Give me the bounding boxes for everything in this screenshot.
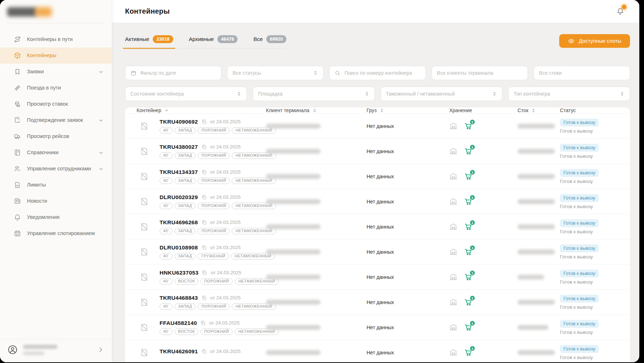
no-document-icon xyxy=(139,121,149,131)
container-cell: TKRU4468843 от 24.03.2025 40'ЗАПАДПОРОЖН… xyxy=(160,295,266,310)
status-cell: Готов к вывозу Готов к вывозу xyxy=(560,270,630,285)
sidebar-item-limits[interactable]: Лимиты xyxy=(0,177,112,193)
sidebar-item-containers[interactable]: Контейнеры xyxy=(0,47,112,64)
container-number-search-input[interactable]: Поиск по номеру контейнера xyxy=(329,66,426,80)
column-header-container[interactable]: Контейнер xyxy=(137,107,266,113)
copy-icon[interactable] xyxy=(201,295,207,301)
customs-select[interactable]: Таможенный / нетаможенный xyxy=(381,87,502,101)
column-header-storage[interactable]: Хранение xyxy=(449,107,518,113)
notifications-bell-button[interactable] xyxy=(616,7,625,16)
container-date: от 24.03.2025 xyxy=(210,245,241,250)
status-select[interactable]: Все статусы xyxy=(227,66,323,80)
tab-archived-containers[interactable]: Архивные 46478 xyxy=(189,35,238,43)
copy-icon[interactable] xyxy=(201,194,207,200)
sidebar-item-slot-management[interactable]: Управление слотированием xyxy=(0,225,112,242)
warehouse-icon xyxy=(449,248,457,256)
status-cell: Готов к вывозу Готов к вывозу xyxy=(560,169,630,184)
copy-icon[interactable] xyxy=(200,320,206,326)
table-row[interactable]: HNKU6237053 от 24.03.2025 40'ВОСТОКПОРОЖ… xyxy=(125,265,630,290)
copy-icon[interactable] xyxy=(201,144,207,150)
sidebar-item-notifications[interactable]: Уведомления xyxy=(0,209,112,225)
copy-icon[interactable] xyxy=(201,119,207,125)
container-tag: ПОРОЖНИЙ xyxy=(201,278,233,285)
table-row[interactable]: TKRU4134337 от 24.03.2025 40'ЗАПАДПОРОЖН… xyxy=(125,164,630,189)
sidebar-item-label: Лимиты xyxy=(27,181,104,188)
tab-active-containers[interactable]: Активные 23018 xyxy=(125,35,173,43)
sidebar-item-containers-in-transit[interactable]: Контейнеры в пути xyxy=(0,31,112,47)
site-select[interactable]: Площадка xyxy=(253,87,374,101)
pickup-cart-button[interactable]: 1 xyxy=(464,247,473,257)
stock-cell xyxy=(518,350,560,355)
column-header-stock[interactable]: Сток xyxy=(518,107,560,113)
cart-count-badge: 1 xyxy=(470,144,475,150)
pickup-cart-button[interactable]: 1 xyxy=(464,197,473,206)
table-row[interactable]: TKRU4090692 от 24.03.2025 40'ЗАПАДПОРОЖН… xyxy=(125,114,630,139)
user-panel[interactable] xyxy=(0,339,112,362)
copy-icon[interactable] xyxy=(201,220,207,225)
container-type-select[interactable]: Тип контейнера xyxy=(508,87,630,101)
table-row[interactable]: TKRU4468843 от 24.03.2025 40'ЗАПАДПОРОЖН… xyxy=(125,290,630,315)
no-document-icon xyxy=(139,172,149,181)
column-header-status[interactable]: Статус xyxy=(560,107,630,113)
sidebar-item-rates[interactable]: Просмотр ставок xyxy=(0,96,112,112)
table-row[interactable]: TKRU4380027 от 24.03.2025 40'ЗАПАДПОРОЖН… xyxy=(125,139,630,164)
pickup-cart-button[interactable]: 1 xyxy=(464,121,473,131)
copy-icon[interactable] xyxy=(201,245,207,251)
sidebar-item-request-confirmation[interactable]: Подтверждение заявок xyxy=(0,112,112,128)
stock-cell xyxy=(518,224,560,229)
stock-value-blurred xyxy=(518,350,555,355)
column-label: Хранение xyxy=(449,107,472,113)
container-number: TKRU4626091 xyxy=(160,348,198,355)
table-row[interactable]: DLRU0020329 от 24.03.2025 40'ЗАПАДПОРОЖН… xyxy=(125,189,630,214)
pickup-cart-button[interactable]: 1 xyxy=(464,172,473,181)
pickup-cart-button[interactable]: 1 xyxy=(464,298,473,307)
available-slots-button[interactable]: Доступные слоты xyxy=(559,34,630,48)
client-name-blurred xyxy=(266,350,321,355)
container-number: TKRU4380027 xyxy=(160,144,198,150)
copy-icon[interactable] xyxy=(202,270,207,276)
table-row[interactable]: TKRU4696268 от 24.03.2025 40'ЗАПАДПОРОЖН… xyxy=(125,214,630,239)
container-tag: ЗАПАД xyxy=(175,152,196,159)
sidebar-item-trips[interactable]: Просмотр рейсов xyxy=(0,128,112,144)
pickup-cart-button[interactable]: 1 xyxy=(464,323,473,332)
no-document-icon xyxy=(139,323,149,332)
storage-cell: 1 xyxy=(449,298,518,307)
tab-all-containers[interactable]: Все 69920 xyxy=(253,35,286,43)
book-icon xyxy=(14,149,21,156)
container-number: TKRU4134337 xyxy=(160,169,198,175)
sidebar-item-employee-management[interactable]: Управление сотрудниками xyxy=(0,161,112,177)
sidebar-item-directories[interactable]: Справочники xyxy=(0,144,112,161)
pickup-cart-button[interactable]: 1 xyxy=(464,222,473,231)
copy-icon[interactable] xyxy=(201,169,207,175)
table-row[interactable]: TKRU4626091 от 24.03.2025 Нет данных 1 Г… xyxy=(125,340,630,362)
container-date: от 24.03.2025 xyxy=(210,220,241,225)
terminal-clients-input[interactable]: Все клиенты терминала xyxy=(432,66,528,80)
railway-icon xyxy=(14,84,21,92)
table-row[interactable]: FFAU4582140 от 24.03.2025 40'ВОСТОКПОРОЖ… xyxy=(125,315,630,340)
sidebar-item-label: Просмотр рейсов xyxy=(27,133,104,140)
table-header: Контейнер Клиент терминала Груз Хранение xyxy=(125,107,630,114)
container-cell: TKRU4090692 от 24.03.2025 40'ЗАПАДПОРОЖН… xyxy=(160,119,266,134)
pickup-cart-button[interactable]: 1 xyxy=(464,147,473,156)
container-tag: ЗАПАД xyxy=(175,303,196,310)
status-cell: Готов к вывозу Готов к вывозу xyxy=(560,295,630,310)
column-header-terminal-client[interactable]: Клиент терминала xyxy=(266,107,367,113)
stocks-input[interactable]: Все стоки xyxy=(534,66,630,80)
sidebar-item-news[interactable]: Новости xyxy=(0,193,112,209)
pickup-cart-button[interactable]: 1 xyxy=(464,348,473,357)
terminal-client-cell xyxy=(266,350,367,355)
date-filter-input[interactable]: Фильтр по дате xyxy=(125,66,221,80)
sidebar-item-requests[interactable]: Заявки xyxy=(0,64,112,80)
storage-cell: 1 xyxy=(449,272,518,282)
pickup-cart-button[interactable]: 1 xyxy=(464,272,473,282)
coins-icon xyxy=(14,100,21,108)
sidebar-nav: Контейнеры в пути Контейнеры Заявки Поез… xyxy=(0,31,112,339)
sidebar-item-trains-in-transit[interactable]: Поезда в пути xyxy=(0,80,112,96)
table-row[interactable]: DLRU0108908 от 24.03.2025 40'ЗАПАДГРУЖЕН… xyxy=(125,239,630,265)
container-number: TKRU4696268 xyxy=(160,219,198,226)
column-header-cargo[interactable]: Груз xyxy=(367,107,449,113)
container-date: от 24.03.2025 xyxy=(210,194,241,200)
container-condition-select[interactable]: Состояние контейнера xyxy=(125,87,247,101)
column-label: Статус xyxy=(560,107,576,113)
copy-icon[interactable] xyxy=(201,349,207,354)
